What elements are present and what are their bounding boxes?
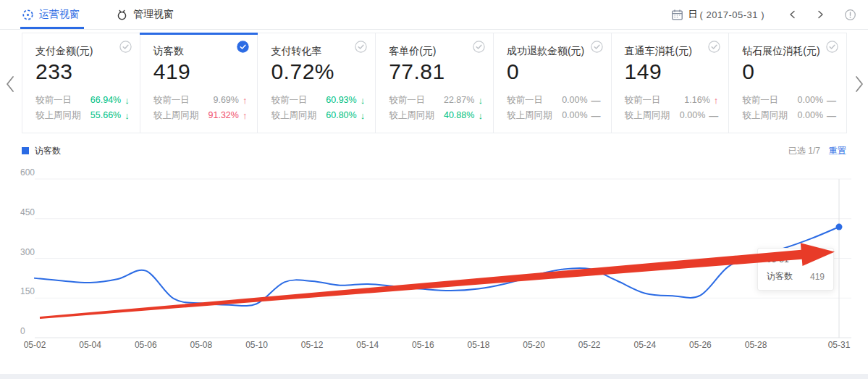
- metric-card-conversion-rate[interactable]: 支付转化率 0.72% 较前一日 60.93%↓ 较上周同期 60.80%↓: [258, 33, 376, 133]
- check-circle-icon[interactable]: [826, 41, 838, 53]
- check-circle-icon[interactable]: [119, 41, 132, 53]
- svg-text:05-04: 05-04: [79, 340, 101, 350]
- card-title: 成功退款金额(元): [507, 44, 601, 57]
- legend-label: 访客数: [35, 145, 61, 157]
- trend-arrow-icon: ↓: [125, 108, 130, 123]
- svg-text:0: 0: [20, 326, 25, 336]
- trend-arrow-icon: —: [709, 108, 718, 123]
- metric-card-diamond-cost[interactable]: 钻石展位消耗(元) 0 较前一日 0.00%— 较上周同期 0.00%—: [729, 33, 846, 133]
- card-title: 访客数: [153, 44, 248, 57]
- selection-info: 已选 1/7 重置: [788, 145, 846, 157]
- metric-card-ztc-cost[interactable]: 直通车消耗(元) 149 较前一日 1.16%↑ 较上周同期 0.00%—: [612, 33, 730, 133]
- date-prev-button[interactable]: [788, 9, 798, 20]
- svg-text:05-10: 05-10: [245, 340, 268, 350]
- compare-value: 1.16%: [684, 93, 709, 108]
- compare-label: 较前一日: [153, 93, 190, 108]
- compare-value: 0.00%: [798, 93, 823, 108]
- visitors-trend-chart: 015030045060005-0205-0405-0605-0805-1005…: [0, 162, 868, 357]
- compare-row-prev-week: 较上周同期 60.80%↓: [271, 108, 365, 123]
- compare-label: 较上周同期: [271, 108, 316, 123]
- metric-cards-row: 支付金额(元) 233 较前一日 66.94%↓ 较上周同期 55.66%↓ 访…: [22, 33, 847, 133]
- tooltip-date: 05-31: [767, 254, 825, 265]
- date-next-button[interactable]: [815, 9, 825, 20]
- card-title: 客单价(元): [389, 44, 483, 57]
- line-chart-canvas: 015030045060005-0205-0405-0605-0805-1005…: [0, 162, 868, 357]
- card-compares: 较前一日 9.69%↑ 较上周同期 91.32%↑: [153, 93, 248, 123]
- header-controls: 日 ( 2017-05-31 ): [671, 0, 868, 29]
- compare-value: 9.69%: [213, 93, 238, 108]
- compare-label: 较上周同期: [507, 108, 552, 123]
- trend-arrow-icon: ↑: [243, 93, 248, 108]
- compare-row-prev-week: 较上周同期 91.32%↑: [153, 108, 248, 123]
- info-icon[interactable]: [844, 9, 856, 21]
- svg-text:05-12: 05-12: [301, 340, 324, 350]
- tab-operations-label: 运营视窗: [39, 8, 80, 21]
- tooltip-series-label: 访客数: [767, 270, 793, 283]
- check-circle-icon[interactable]: [473, 41, 485, 53]
- metric-cards-zone: 支付金额(元) 233 较前一日 66.94%↓ 较上周同期 55.66%↓ 访…: [0, 33, 868, 133]
- compare-row-prev-day: 较前一日 0.00%—: [742, 93, 836, 108]
- card-compares: 较前一日 0.00%— 较上周同期 0.00%—: [742, 93, 836, 123]
- compare-label: 较上周同期: [742, 108, 788, 123]
- compare-row-prev-day: 较前一日 9.69%↑: [153, 93, 248, 108]
- check-circle-icon[interactable]: [708, 41, 720, 53]
- card-value: 0: [742, 58, 836, 86]
- card-compares: 较前一日 1.16%↑ 较上周同期 0.00%—: [625, 93, 719, 123]
- legend-swatch-icon: [22, 147, 29, 154]
- trend-arrow-icon: ↓: [361, 93, 366, 108]
- compare-label: 较上周同期: [625, 108, 670, 123]
- legend-item-visitors: 访客数: [22, 145, 61, 157]
- cards-scroll-right-button[interactable]: [854, 75, 866, 93]
- compare-row-prev-day: 较前一日 0.00%—: [507, 93, 601, 108]
- svg-text:600: 600: [20, 167, 35, 178]
- metric-card-refund-amount[interactable]: 成功退款金额(元) 0 较前一日 0.00%— 较上周同期 0.00%—: [494, 33, 612, 133]
- trend-arrow-icon: —: [591, 93, 601, 108]
- svg-text:05-06: 05-06: [135, 340, 157, 350]
- metric-card-visitors[interactable]: 访客数 419 较前一日 9.69%↑ 较上周同期 91.32%↑: [140, 33, 258, 133]
- compare-value: 66.94%: [90, 93, 121, 108]
- compare-value: 22.87%: [444, 93, 474, 108]
- compare-row-prev-week: 较上周同期 0.00%—: [742, 108, 836, 123]
- check-circle-icon[interactable]: [355, 41, 367, 53]
- metric-card-payment-amount[interactable]: 支付金额(元) 233 较前一日 66.94%↓ 较上周同期 55.66%↓: [22, 33, 140, 133]
- reset-link[interactable]: 重置: [829, 145, 846, 157]
- svg-text:05-02: 05-02: [24, 340, 46, 350]
- compare-value: 91.32%: [208, 108, 239, 123]
- compare-value: 55.66%: [90, 108, 121, 123]
- date-selector[interactable]: 日 ( 2017-05-31 ): [671, 8, 764, 21]
- card-title: 钻石展位消耗(元): [742, 44, 836, 57]
- compare-row-prev-week: 较上周同期 0.00%—: [507, 108, 601, 123]
- compare-label: 较前一日: [507, 93, 543, 108]
- svg-text:05-24: 05-24: [633, 340, 656, 350]
- metric-card-avg-order-value[interactable]: 客单价(元) 77.81 较前一日 22.87%↓ 较上周同期 40.88%↓: [376, 33, 494, 133]
- svg-text:05-08: 05-08: [190, 340, 213, 350]
- compare-row-prev-day: 较前一日 66.94%↓: [35, 93, 130, 108]
- card-compares: 较前一日 60.93%↓ 较上周同期 60.80%↓: [271, 93, 365, 123]
- card-value: 0.72%: [271, 58, 365, 86]
- tab-operations-window[interactable]: 运营视窗: [22, 0, 80, 29]
- calendar-icon: [671, 9, 683, 21]
- compare-value: 60.93%: [326, 93, 356, 108]
- compare-label: 较上周同期: [153, 108, 199, 123]
- compare-row-prev-day: 较前一日 60.93%↓: [271, 93, 365, 108]
- card-value: 0: [507, 58, 601, 86]
- selected-count-label: 已选 1/7: [788, 145, 820, 157]
- svg-text:05-14: 05-14: [356, 340, 379, 350]
- cards-scroll-left-button[interactable]: [5, 75, 17, 93]
- card-compares: 较前一日 22.87%↓ 较上周同期 40.88%↓: [389, 93, 483, 123]
- compare-row-prev-day: 较前一日 1.16%↑: [625, 93, 719, 108]
- management-window-icon: [116, 9, 128, 21]
- check-circle-icon[interactable]: [591, 41, 603, 53]
- tab-management-window[interactable]: 管理视窗: [116, 0, 174, 29]
- compare-row-prev-week: 较上周同期 40.88%↓: [389, 108, 483, 123]
- operations-window-icon: [22, 9, 34, 21]
- svg-text:05-31: 05-31: [828, 340, 851, 350]
- svg-text:05-28: 05-28: [745, 340, 767, 350]
- check-circle-icon[interactable]: [237, 41, 249, 53]
- compare-label: 较前一日: [389, 93, 425, 108]
- card-value: 233: [35, 58, 130, 86]
- nav-tabs: 运营视窗 管理视窗: [0, 0, 210, 29]
- svg-text:300: 300: [20, 247, 35, 257]
- compare-value: 0.00%: [562, 93, 587, 108]
- svg-text:450: 450: [20, 207, 35, 217]
